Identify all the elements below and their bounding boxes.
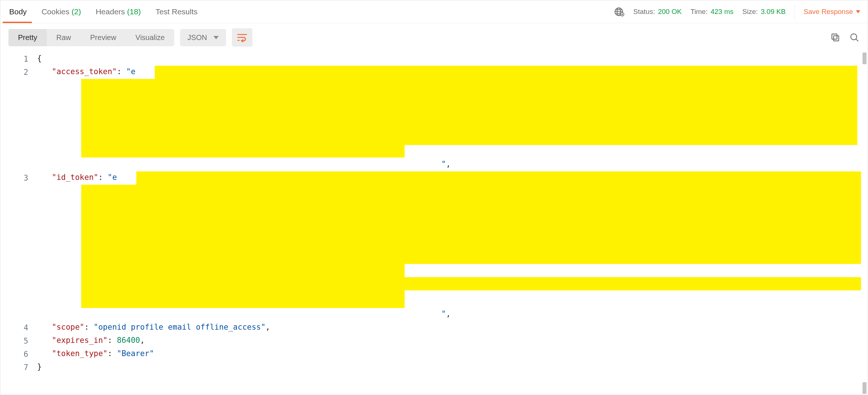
svg-rect-4 [832,34,837,39]
time-value: 423 ms [711,8,734,16]
view-mode-visualize[interactable]: Visualize [126,29,174,46]
search-icon[interactable] [849,32,860,43]
code-view[interactable]: { "access_token": "e ", "id_token": "e "… [37,52,861,395]
line-number: 2 [0,66,28,171]
status-value: 200 OK [658,8,681,16]
redaction-block [155,66,857,79]
line-number: 5 [0,334,28,348]
svg-point-5 [851,34,857,40]
json-value-token-type: "Bearer" [117,349,154,358]
json-value-id-token-end: " [441,309,446,318]
save-response-label: Save Response [804,8,853,16]
line-number-gutter: 1 2 3 4 5 6 7 [0,52,37,395]
tab-test-results[interactable]: Test Results [148,0,205,23]
time-meta: Time: 423 ms [691,8,734,16]
view-mode-raw[interactable]: Raw [47,29,80,46]
tab-body-label: Body [9,7,27,16]
redaction-block [81,145,405,157]
size-meta: Size: 3.09 KB [742,8,786,16]
language-select[interactable]: JSON [180,29,226,46]
tab-cookies-label: Cookies [42,7,69,16]
json-value-expires-in: 86400 [117,336,140,345]
vertical-scrollbar[interactable] [861,52,868,395]
tab-test-results-label: Test Results [155,7,197,16]
tab-cookies[interactable]: Cookies (2) [34,0,89,23]
view-mode-preview[interactable]: Preview [80,29,126,46]
json-key-id-token: "id_token" [52,173,98,182]
redaction-block [81,185,861,264]
redaction-block [81,277,861,290]
tab-headers[interactable]: Headers (18) [88,0,148,23]
time-label: Time: [691,8,708,16]
json-close-brace: } [37,362,42,371]
json-key-expires-in: "expires_in" [52,336,108,345]
language-select-label: JSON [187,33,207,42]
redaction-block [136,171,861,185]
chevron-down-icon [856,10,860,13]
response-toolbar: Pretty Raw Preview Visualize JSON [0,23,868,52]
line-number: 4 [0,321,28,334]
tab-headers-label: Headers [96,7,125,16]
save-response-button[interactable]: Save Response [795,4,860,19]
wrap-icon [237,33,248,42]
status-label: Status: [633,8,655,16]
line-number: 3 [0,171,28,321]
tab-body[interactable]: Body [0,0,34,23]
redaction-block [81,290,405,308]
redaction-block [81,264,405,277]
line-number: 1 [0,52,28,66]
size-label: Size: [742,8,758,16]
tab-headers-count: (18) [127,7,141,16]
chevron-down-icon [214,36,219,39]
svg-rect-3 [833,36,839,41]
json-value-scope: "openid profile email offline_access" [94,323,266,331]
network-icon[interactable] [614,7,624,17]
copy-icon[interactable] [830,32,840,43]
json-value-access-token-start: "e [126,67,135,76]
json-key-scope: "scope" [52,323,85,331]
json-key-access-token: "access_token" [52,67,117,76]
json-value-access-token-end: " [441,160,446,168]
view-mode-pretty[interactable]: Pretty [8,29,47,46]
tab-cookies-count: (2) [72,7,81,16]
json-open-brace: { [37,54,42,63]
response-body: 1 2 3 4 5 6 7 { "access_token": "e ", "i… [0,52,868,395]
size-value: 3.09 KB [761,8,786,16]
response-tab-bar: Body Cookies (2) Headers (18) Test Resul… [0,0,868,23]
line-number: 7 [0,361,28,374]
view-mode-segment: Pretty Raw Preview Visualize [8,29,174,46]
wrap-lines-button[interactable] [232,28,252,47]
line-number: 6 [0,348,28,361]
json-value-id-token-start: "e [108,173,117,182]
json-key-token-type: "token_type" [52,349,108,358]
status-meta: Status: 200 OK [633,8,682,16]
redaction-block [81,79,857,145]
